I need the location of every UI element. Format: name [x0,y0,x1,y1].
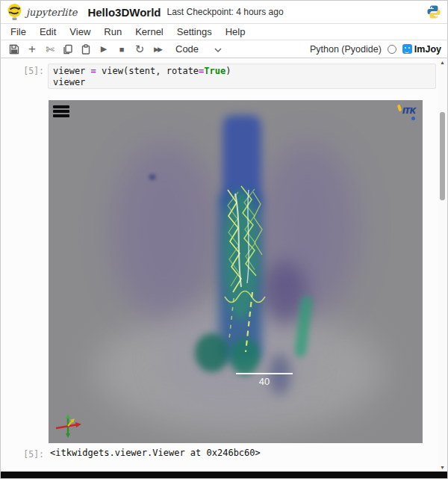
output-row: [5]: <itkwidgets.viewer.Viewer at 0x246b… [1,448,447,460]
itk-logo[interactable]: ITK [402,103,416,117]
itk-logo-figure [397,105,402,112]
notebook-title[interactable]: Hello3DWorld [87,6,161,19]
copy-cell-icon[interactable] [60,42,75,57]
notebook-area: [5]: viewer = view(stent, rotate=True) v… [1,58,447,472]
notebook-toolbar: + ✄ ▶ ■ ↻ ▶▶ Code Python (Pyodide) ImJoy [1,40,447,58]
code-line-1: viewer = view(stent, rotate=True) [53,66,431,77]
restart-kernel-icon[interactable]: ↻ [132,42,147,57]
add-cell-icon[interactable]: + [25,42,40,57]
output-prompt: [5]: [1,449,44,460]
code-cell-editor[interactable]: viewer = view(stent, rotate=True) viewer [48,64,436,89]
cell-type-dropdown[interactable]: Code [175,43,199,55]
stent-wire-mesh [219,179,271,354]
menu-view[interactable]: View [63,25,97,39]
scale-bar-line [236,373,293,374]
chevron-down-icon[interactable] [214,43,223,56]
menu-kernel[interactable]: Kernel [128,25,170,39]
jupyterlite-bulb-icon [7,3,22,21]
volume-left-haze [111,141,220,321]
orientation-axes-widget[interactable] [54,413,84,439]
scroll-down-icon[interactable]: ▼ [439,465,446,470]
kernel-name[interactable]: Python (Pyodide) [310,44,382,55]
run-cell-icon[interactable]: ▶ [96,42,111,57]
jupyterlite-window: jupyterlite Hello3DWorld Last Checkpoint… [0,0,448,479]
menu-settings[interactable]: Settings [170,25,219,39]
menu-bar: File Edit View Run Kernel Settings Help [1,24,447,40]
paste-cell-icon[interactable] [78,42,93,57]
notebook-header: jupyterlite Hello3DWorld Last Checkpoint… [1,1,447,24]
stop-kernel-icon[interactable]: ■ [114,42,129,57]
jupyterlite-logo[interactable]: jupyterlite [7,3,77,21]
scrollbar-thumb[interactable] [440,112,445,200]
imjoy-label: ImJoy [414,44,441,55]
menu-edit[interactable]: Edit [33,25,63,39]
jupyterlite-logo-text: jupyterlite [26,7,77,18]
python-logo-icon [426,4,441,19]
imjoy-icon [402,44,412,54]
input-prompt: [5]: [1,66,44,76]
vertical-scrollbar: ▲ ▼ [438,58,447,472]
save-icon[interactable] [7,42,22,57]
cut-cell-icon[interactable]: ✄ [43,42,57,57]
menu-file[interactable]: File [4,25,33,39]
menu-help[interactable]: Help [219,25,252,39]
scale-bar-label: 40 [236,376,293,387]
scroll-up-icon[interactable]: ▲ [439,60,446,65]
menu-run[interactable]: Run [97,25,128,39]
kernel-status-icon [388,45,396,54]
scale-bar: 40 [236,373,293,387]
imjoy-button[interactable]: ImJoy [402,44,441,55]
itk-logo-dot [411,117,415,120]
run-all-icon[interactable]: ▶▶ [150,42,165,57]
itk-logo-text: ITK [402,106,416,115]
itk-3d-viewer-canvas[interactable]: ITK 40 [49,100,423,443]
small-dark-nodule [149,174,156,180]
bottom-status-bar [1,472,447,478]
viewer-repr-text: <itkwidgets.viewer.Viewer at 0x246bc60> [50,448,261,458]
checkpoint-status: Last Checkpoint: 4 hours ago [167,7,284,17]
viewer-menu-icon[interactable] [53,105,69,117]
code-line-2: viewer [53,77,431,88]
